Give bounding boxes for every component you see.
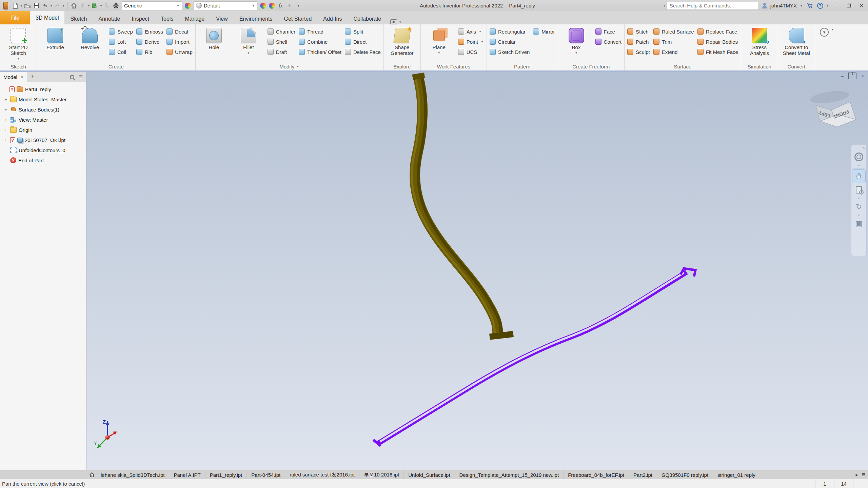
revolve-button[interactable]: Revolve (74, 26, 105, 50)
help-dropdown[interactable]: ▾ (826, 4, 829, 7)
fillet-button[interactable]: Fillet▾ (233, 26, 264, 55)
orbit-dropdown[interactable]: ▾ (858, 214, 860, 217)
redo-dropdown[interactable]: ▾ (62, 4, 65, 7)
viewport[interactable]: Z Y FRONT LEFT – × (86, 72, 868, 470)
add-tab-icon[interactable]: + (27, 74, 39, 81)
select-dropdown[interactable]: ▾ (99, 4, 103, 7)
parameters-fx-icon[interactable]: fx (276, 1, 285, 10)
doc-tab-design-template-attempt-15-2019-new-ipt[interactable]: Design_Template_Attempt_15_2019 new.ipt (455, 470, 564, 480)
undo-icon[interactable] (41, 1, 50, 10)
dropdown-caret-icon[interactable]: ▾ (247, 51, 250, 55)
doc-tab-part1-reply-ipt[interactable]: Part1_reply.ipt (205, 470, 247, 480)
tree-item-origin[interactable]: +Origin (1, 125, 86, 135)
purple-profile-curves[interactable] (373, 268, 695, 446)
import-button[interactable]: Import (166, 38, 193, 46)
ribbon-collapse-dropdown[interactable]: ▾ (831, 28, 834, 31)
tab-add-ins[interactable]: Add-Ins (317, 13, 348, 24)
orbit-icon[interactable]: ↻ (852, 200, 866, 214)
tab-get-started[interactable]: Get Started (278, 13, 317, 24)
tree-item-end-of-part[interactable]: End of Part (1, 155, 86, 165)
dropdown-caret-icon[interactable]: ▾ (575, 51, 578, 55)
doc-tab-part-0454-ipt[interactable]: Part-0454.ipt (247, 470, 285, 480)
sculpt-button[interactable]: Sculpt (627, 48, 650, 56)
tab-collaborate[interactable]: Collaborate (348, 13, 387, 24)
redo-icon[interactable] (53, 1, 62, 10)
start-2d-sketch-button[interactable]: Start 2D Sketch▾ (3, 26, 34, 60)
doc-restore-button[interactable] (848, 73, 856, 79)
emboss-button[interactable]: Emboss (136, 27, 163, 36)
chamfer-button[interactable]: Chamfer (268, 27, 296, 36)
tree-item-view-master[interactable]: +View: Master (1, 115, 86, 125)
pair-icon[interactable] (103, 1, 112, 10)
doc-tab-ruled-surface-test-f-2016-ipt[interactable]: ruled surface test f发2016.ipt (285, 470, 359, 480)
doc-close-button[interactable]: × (859, 73, 867, 79)
shell-button[interactable]: Shell (268, 38, 296, 46)
doc-tab-unfold-surface-ipt[interactable]: Unfold_Surface.ipt (404, 470, 455, 480)
tree-item-surface-bodies-1[interactable]: +Surface Bodies(1) (1, 104, 86, 115)
customize-toolbar-icon[interactable]: ▾ (294, 1, 303, 10)
doc-tab-10-2016-ipt[interactable]: 부품10 2016.ipt (359, 470, 404, 480)
rectangular-button[interactable]: Rectangular (490, 27, 530, 36)
plane-button[interactable]: Plane▾ (423, 26, 455, 55)
browser-tab-model[interactable]: Model × (0, 72, 27, 82)
split-button[interactable]: Split (345, 27, 381, 36)
navigation-wheel-icon[interactable] (852, 150, 866, 164)
expand-icon[interactable]: + (3, 117, 8, 122)
fit-mesh-face-button[interactable]: Fit Mesh Face (697, 48, 738, 56)
search-input[interactable] (667, 2, 759, 10)
draft-button[interactable]: Draft (268, 48, 296, 56)
view-cube[interactable]: FRONT LEFT (809, 88, 857, 130)
circular-button[interactable]: Circular (490, 38, 530, 46)
new-file-dropdown[interactable]: ▾ (20, 4, 23, 7)
menu-icon[interactable]: ≡ (79, 73, 83, 81)
patch-button[interactable]: Patch (627, 38, 650, 46)
tab-scroll-right-icon[interactable]: ▸ (855, 472, 858, 478)
extrude-button[interactable]: Extrude (40, 26, 71, 50)
hole-button[interactable]: Hole (198, 26, 230, 50)
tab-sketch[interactable]: Sketch (64, 13, 93, 24)
doc-tab-gq39501f0-reply-ipt[interactable]: GQ39501F0 reply.ipt (657, 470, 713, 480)
expand-icon[interactable]: + (3, 97, 8, 102)
material-browser-icon[interactable] (112, 1, 120, 10)
home-tab-icon[interactable] (87, 472, 96, 477)
material-wheel-icon[interactable] (183, 1, 192, 10)
trim-button[interactable]: Trim (653, 38, 694, 46)
appearance-select[interactable]: Default ▾ (194, 1, 257, 10)
home-icon[interactable] (70, 1, 78, 10)
delete-face-button[interactable]: Delete Face (345, 48, 381, 56)
direct-button[interactable]: Direct (345, 38, 381, 46)
iproperties-dropdown[interactable]: ▾ (87, 4, 91, 7)
tab-3d-model[interactable]: 3D Model (30, 11, 64, 24)
box-button[interactable]: Box▾ (561, 26, 592, 55)
olive-sweep-surface[interactable] (412, 73, 514, 340)
tab-manage[interactable]: Manage (179, 13, 210, 24)
restore-button[interactable] (842, 0, 855, 11)
tree-item-model-states-master[interactable]: +Model States: Master (1, 94, 86, 104)
tab-list-menu-icon[interactable]: ≡ (862, 471, 865, 479)
tree-item-20150707-oki-ipt[interactable]: +?20150707_OKi.ipt (1, 135, 86, 145)
save-icon[interactable] (32, 1, 41, 10)
ucs-button[interactable]: UCS (458, 48, 484, 56)
convert-button[interactable]: Convert (595, 38, 622, 46)
minimize-button[interactable]: – (829, 0, 842, 11)
add-command-icon[interactable]: + (285, 1, 294, 10)
tab-inspect[interactable]: Inspect (126, 13, 155, 24)
help-icon[interactable]: ? (814, 1, 826, 10)
expand-icon[interactable]: + (3, 127, 8, 133)
doc-tab-panel-a-ipt[interactable]: Panel A.IPT (169, 470, 205, 480)
open-icon[interactable] (23, 1, 32, 10)
tab-annotate[interactable]: Annotate (93, 13, 126, 24)
doc-tab-stringer-01-reply[interactable]: stringer_01 reply (713, 470, 760, 480)
stitch-button[interactable]: Stitch (627, 27, 650, 36)
tab-view[interactable]: View (210, 13, 233, 24)
sketch-driven-button[interactable]: Sketch Driven (490, 48, 530, 56)
thicken-offset-button[interactable]: Thicken/ Offset (299, 48, 341, 56)
thread-button[interactable]: Thread (299, 27, 341, 36)
iproperties-icon[interactable] (78, 1, 87, 10)
clear-appearance-icon[interactable] (268, 1, 276, 10)
tab-tools[interactable]: Tools (155, 13, 179, 24)
mirror-button[interactable]: Mirror (533, 27, 555, 36)
panel-dropdown-icon[interactable]: ▾ (296, 65, 299, 68)
ribbon-collapse-icon[interactable]: ▼ (820, 28, 829, 37)
repair-bodies-button[interactable]: Repair Bodies (697, 38, 738, 46)
